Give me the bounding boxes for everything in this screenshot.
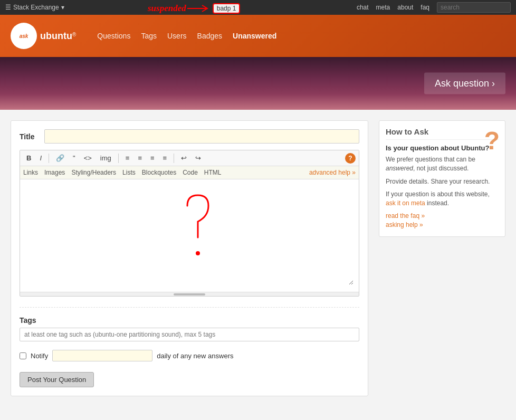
undo-button[interactable]: ↩ xyxy=(178,152,190,164)
hta-p1-rest: , not just discussed. xyxy=(413,165,469,172)
ask-on-meta-link[interactable]: ask it on meta xyxy=(386,199,425,207)
tab-lists[interactable]: Lists xyxy=(122,168,136,177)
bold-button[interactable]: B xyxy=(23,152,34,164)
asking-help-link[interactable]: asking help » xyxy=(386,221,499,228)
code-button[interactable]: <> xyxy=(81,152,95,164)
stack-exchange-label: Stack Exchange xyxy=(13,4,59,11)
nav-tags[interactable]: Tags xyxy=(141,32,157,40)
tab-styling-headers[interactable]: Styling/Headers xyxy=(71,168,116,177)
site-header: ask ubuntu® Questions Tags Users Badges … xyxy=(0,15,516,57)
ask-question-button[interactable]: Ask question › xyxy=(424,73,505,94)
site-logo[interactable]: ask ubuntu® xyxy=(11,23,76,49)
badp-badge[interactable]: badp 1 xyxy=(213,3,241,14)
meta-link[interactable]: meta xyxy=(376,4,390,11)
post-question-button[interactable]: Post Your Question xyxy=(20,372,94,387)
suspended-annotation: suspended badp 1 xyxy=(148,2,240,15)
toolbar-separator-3 xyxy=(174,154,174,163)
advanced-help-link[interactable]: advanced help » xyxy=(309,169,356,176)
how-to-ask-title: How to Ask xyxy=(386,127,499,140)
tab-images[interactable]: Images xyxy=(44,168,65,177)
tags-section: Tags xyxy=(20,307,359,341)
notify-section: Notify badpazzword@gmail.com daily of an… xyxy=(20,350,359,361)
hta-paragraph-1: We prefer questions that can be answered… xyxy=(386,155,499,173)
search-input[interactable] xyxy=(437,2,511,13)
tags-input[interactable] xyxy=(20,328,359,341)
logo-ubuntu-text: ubuntu xyxy=(40,31,72,41)
hta-p3-normal: If your question is about this website, xyxy=(386,190,490,198)
logo-text: ubuntu® xyxy=(40,31,76,42)
badp-label: badp xyxy=(217,5,231,12)
notify-label: Notify xyxy=(31,352,48,360)
format-tabs: Links Images Styling/Headers Lists Block… xyxy=(20,166,359,179)
editor-textarea[interactable] xyxy=(25,185,353,285)
nav-users[interactable]: Users xyxy=(167,32,187,40)
logo-circle: ask xyxy=(11,23,37,49)
chat-link[interactable]: chat xyxy=(357,4,369,11)
left-panel: Title B I 🔗 " <> img ≡ ≡ ≡ ≡ ↩ ↪ xyxy=(11,120,368,396)
about-link[interactable]: about xyxy=(397,4,413,11)
badp-count: 1 xyxy=(233,5,236,12)
editor-body[interactable] xyxy=(20,179,359,292)
toolbar-separator-1 xyxy=(49,154,49,163)
site-nav: Questions Tags Users Badges Unanswered xyxy=(97,32,276,40)
tab-blockquotes[interactable]: Blockquotes xyxy=(142,168,176,177)
title-row: Title xyxy=(20,129,359,144)
question-mark-icon: ? xyxy=(484,126,500,155)
stack-exchange-menu[interactable]: ☰ Stack Exchange ▾ xyxy=(5,4,64,11)
hta-p3-rest: instead. xyxy=(425,199,449,207)
nav-questions[interactable]: Questions xyxy=(97,32,130,40)
title-input[interactable] xyxy=(44,129,359,144)
ul-button[interactable]: ≡ xyxy=(122,152,133,164)
hta-p1-normal: We prefer questions that can be xyxy=(386,156,475,163)
chevron-down-icon: ▾ xyxy=(61,4,64,11)
notify-suffix: daily of any new answers xyxy=(157,352,233,360)
tab-html[interactable]: HTML xyxy=(204,168,222,177)
editor-container: B I 🔗 " <> img ≡ ≡ ≡ ≡ ↩ ↪ ? Links Ima xyxy=(20,150,359,297)
arrow-icon xyxy=(186,2,213,15)
editor-scrollbar[interactable] xyxy=(20,292,359,296)
hta-paragraph-2: Provide details. Share your research. xyxy=(386,177,499,186)
hta-paragraph-3: If your question is about this website, … xyxy=(386,190,499,208)
hta-question: Is your question about Ubuntu? xyxy=(386,144,499,152)
hero-area: Ask question › xyxy=(0,57,516,110)
tab-links[interactable]: Links xyxy=(23,168,38,177)
faq-link[interactable]: faq xyxy=(421,4,429,11)
link-button[interactable]: 🔗 xyxy=(53,152,68,164)
editor-toolbar: B I 🔗 " <> img ≡ ≡ ≡ ≡ ↩ ↪ ? xyxy=(20,150,359,166)
nav-unanswered[interactable]: Unanswered xyxy=(233,32,276,40)
image-button[interactable]: img xyxy=(97,152,114,164)
main-content: Title B I 🔗 " <> img ≡ ≡ ≡ ≡ ↩ ↪ xyxy=(0,110,516,407)
logo-ask-text: ask xyxy=(20,33,28,39)
hta-links: read the faq » asking help » xyxy=(386,212,499,228)
toolbar-separator-2 xyxy=(118,154,119,163)
outdent-button[interactable]: ≡ xyxy=(160,152,170,164)
title-label: Title xyxy=(20,132,38,141)
logo-superscript: ® xyxy=(72,31,76,37)
notify-checkbox[interactable] xyxy=(20,352,26,359)
top-bar-right: chat meta about faq xyxy=(357,2,511,13)
nav-badges[interactable]: Badges xyxy=(197,32,222,40)
grid-icon: ☰ xyxy=(5,4,11,11)
right-panel: How to Ask ? Is your question about Ubun… xyxy=(379,120,505,396)
redo-button[interactable]: ↪ xyxy=(192,152,204,164)
indent-button[interactable]: ≡ xyxy=(147,152,158,164)
how-to-ask-box: How to Ask ? Is your question about Ubun… xyxy=(379,120,505,237)
blockquote-button[interactable]: " xyxy=(70,152,79,164)
ol-button[interactable]: ≡ xyxy=(135,152,145,164)
scrollbar-thumb[interactable] xyxy=(174,293,205,295)
tab-code[interactable]: Code xyxy=(183,168,198,177)
italic-button[interactable]: I xyxy=(36,152,45,164)
tags-label: Tags xyxy=(20,316,359,324)
hta-p1-italic: answered xyxy=(386,165,413,172)
help-button[interactable]: ? xyxy=(345,153,356,164)
suspended-text: suspended xyxy=(148,3,186,14)
read-faq-link[interactable]: read the faq » xyxy=(386,212,499,219)
notify-email-input[interactable]: badpazzword@gmail.com xyxy=(52,350,152,361)
